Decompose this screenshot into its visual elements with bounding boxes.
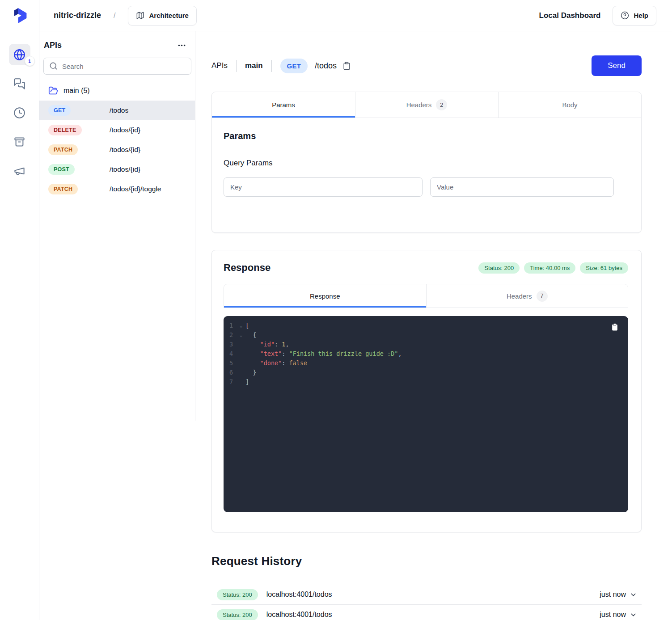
- history-url: localhost:4001/todos: [266, 611, 332, 619]
- nav-chat-button[interactable]: [9, 73, 30, 94]
- copy-path-button[interactable]: [342, 62, 351, 70]
- history-time-label: just now: [600, 590, 626, 599]
- code-text: {: [245, 330, 256, 340]
- params-heading: Params: [224, 131, 630, 141]
- code-text: ]: [245, 377, 249, 387]
- tab-headers[interactable]: Headers 2: [355, 92, 498, 118]
- code-line: 1⌄[: [224, 321, 628, 330]
- sidebar-title: APIs: [44, 41, 62, 50]
- code-line: 4 "text": "Finish this drizzle guide :D"…: [224, 349, 628, 359]
- route-path: /todos/{id}/toggle: [110, 185, 161, 193]
- response-tabs: Response Headers 7: [224, 284, 628, 308]
- fold-chevron-icon[interactable]: ⌄: [237, 321, 245, 330]
- clipboard-icon: [610, 323, 619, 332]
- api-group-main[interactable]: main (5): [39, 81, 195, 100]
- line-number: 1: [229, 321, 237, 330]
- query-params-heading: Query Params: [224, 159, 630, 168]
- dashboard-title: Local Dashboard: [539, 11, 601, 20]
- line-number: 7: [229, 377, 237, 387]
- sidebar-menu-button[interactable]: [177, 41, 186, 50]
- chevron-down-icon: [630, 611, 637, 619]
- fold-spacer: [237, 349, 245, 359]
- rail-nav: 1: [9, 44, 30, 181]
- route-item[interactable]: GET/todos: [39, 101, 195, 120]
- tab-response-headers[interactable]: Headers 7: [426, 284, 628, 308]
- route-path: /todos/{id}: [110, 146, 140, 154]
- fold-spacer: [237, 368, 245, 377]
- fold-spacer: [237, 340, 245, 349]
- help-circle-icon: [621, 11, 629, 20]
- search-input[interactable]: [43, 58, 191, 75]
- breadcrumb-apis: APIs: [211, 61, 228, 70]
- globe-icon: [13, 49, 25, 61]
- route-path: /todos: [110, 106, 128, 114]
- history-time: just now: [600, 611, 637, 619]
- architecture-button[interactable]: Architecture: [128, 6, 196, 25]
- line-number: 6: [229, 368, 237, 377]
- route-method: GET: [48, 105, 110, 116]
- request-history-heading: Request History: [211, 554, 642, 568]
- breadcrumb-divider: [271, 60, 272, 72]
- route-item[interactable]: POST/todos/{id}: [39, 160, 195, 179]
- folder-open-icon: [48, 86, 58, 96]
- tab-response[interactable]: Response: [224, 284, 426, 308]
- method-pill: GET: [280, 59, 308, 73]
- code-text: "done": false: [245, 359, 307, 368]
- tab-headers-label: Headers: [406, 101, 432, 109]
- fold-chevron-icon[interactable]: ⌄: [237, 330, 245, 340]
- history-row[interactable]: Status: 200localhost:4001/todosjust now: [211, 585, 642, 605]
- param-key-input[interactable]: [224, 177, 423, 197]
- line-number: 5: [229, 359, 237, 368]
- nav-rail: 1: [0, 0, 39, 620]
- nav-history-button[interactable]: [9, 102, 30, 123]
- tab-response-headers-label: Headers: [507, 292, 532, 300]
- tab-params[interactable]: Params: [212, 92, 355, 118]
- nav-storage-button[interactable]: [9, 131, 30, 152]
- code-line: 2⌄ {: [224, 330, 628, 340]
- code-text: "id": 1,: [245, 340, 289, 349]
- route-item[interactable]: PATCH/todos/{id}: [39, 140, 195, 160]
- route-list: GET/todosDELETE/todos/{id}PATCH/todos/{i…: [39, 101, 195, 199]
- request-history-list: Status: 200localhost:4001/todosjust nowS…: [211, 585, 642, 620]
- megaphone-icon: [13, 165, 25, 177]
- route-method-pill: POST: [48, 164, 75, 175]
- apis-sidebar: APIs: [39, 31, 195, 620]
- breadcrumb-separator: /: [114, 12, 115, 20]
- code-text: "text": "Finish this drizzle guide :D",: [245, 349, 402, 359]
- route-item[interactable]: PATCH/todos/{id}/toggle: [39, 179, 195, 199]
- copy-response-button[interactable]: [610, 323, 619, 332]
- map-icon: [136, 11, 144, 20]
- tab-body[interactable]: Body: [498, 92, 641, 118]
- help-label: Help: [634, 12, 648, 19]
- request-bar: APIs main GET /todos Send: [211, 55, 642, 76]
- route-method-pill: PATCH: [48, 184, 78, 194]
- route-item[interactable]: DELETE/todos/{id}: [39, 120, 195, 140]
- response-status-badge: Time: 40.00 ms: [524, 262, 575, 274]
- response-badges: Status: 200Time: 40.00 msSize: 61 bytes: [478, 262, 628, 274]
- send-button[interactable]: Send: [592, 55, 642, 76]
- help-button[interactable]: Help: [613, 6, 656, 25]
- nav-apis-button[interactable]: 1: [9, 44, 30, 65]
- route-method-pill: GET: [48, 105, 71, 116]
- code-lines: 1⌄[2⌄ {3 "id": 1,4 "text": "Finish this …: [224, 321, 628, 387]
- code-line: 3 "id": 1,: [224, 340, 628, 349]
- architecture-label: Architecture: [149, 12, 188, 19]
- response-status-badge: Status: 200: [478, 262, 520, 274]
- api-group-label: main (5): [63, 87, 90, 95]
- history-row[interactable]: Status: 200localhost:4001/todosjust now: [211, 605, 642, 620]
- code-text: [: [245, 321, 249, 330]
- param-value-input[interactable]: [430, 177, 614, 197]
- breadcrumb-divider: [236, 60, 237, 72]
- code-line: 5 "done": false: [224, 359, 628, 368]
- fold-spacer: [237, 377, 245, 387]
- line-number: 3: [229, 340, 237, 349]
- tab-body-label: Body: [562, 101, 577, 109]
- route-method: PATCH: [48, 184, 110, 194]
- route-path: /todos/{id}: [110, 165, 140, 173]
- nav-announcements-button[interactable]: [9, 160, 30, 181]
- clipboard-icon: [342, 62, 351, 70]
- line-number: 2: [229, 330, 237, 340]
- app-window: 1: [0, 0, 672, 620]
- code-line: 7]: [224, 377, 628, 387]
- history-status-badge: Status: 200: [217, 609, 258, 620]
